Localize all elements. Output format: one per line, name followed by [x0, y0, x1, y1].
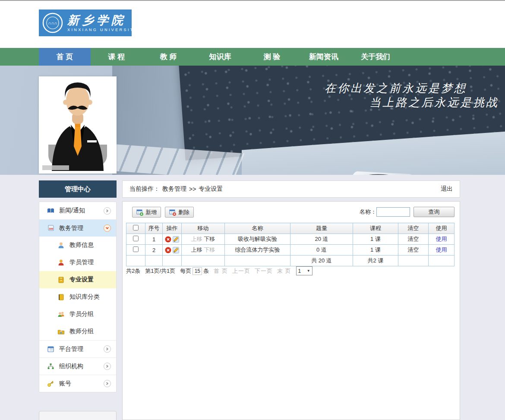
- edit-row-icon[interactable]: [173, 236, 179, 243]
- sidebar-item-academic-admin[interactable]: 100 教务管理: [39, 219, 116, 237]
- row-checkbox[interactable]: [133, 246, 139, 252]
- calendar-grid-icon: [47, 345, 54, 353]
- pagination-page-info: 第1页/共1页: [145, 267, 175, 275]
- clear-link[interactable]: 清空: [408, 246, 419, 253]
- use-link[interactable]: 使用: [436, 236, 447, 242]
- teacher-person-icon: [57, 242, 65, 249]
- nav-item-news[interactable]: 新闻资讯: [298, 48, 350, 66]
- people-group-icon: [57, 311, 65, 318]
- chevron-right-icon: [104, 363, 111, 370]
- row-course: 1 课: [353, 245, 398, 256]
- nav-item-courses[interactable]: 课 程: [91, 48, 142, 66]
- slogan-line-2: 当上路之后永远是挑战: [325, 95, 499, 110]
- sidebar-item-kb-categories[interactable]: 知识库分类: [39, 288, 116, 306]
- sidebar-title: 管理中心: [39, 180, 117, 198]
- sidebar-item-label: 学员管理: [69, 259, 111, 266]
- delete-button-label: 删除: [178, 208, 189, 216]
- page-select-value: 1: [298, 268, 301, 274]
- table-header-row: 序号 操作 移动 名称 题量 课程 清空 使用: [126, 223, 454, 234]
- pagination-per-page: 每页15条: [180, 267, 209, 275]
- pagination-total: 共2条: [126, 267, 140, 275]
- sidebar-item-student-admin[interactable]: 学员管理: [39, 254, 116, 271]
- clear-link[interactable]: 清空: [408, 236, 419, 242]
- use-link[interactable]: 使用: [436, 246, 447, 253]
- table-summary-row: 共 20 道 共2 课: [126, 256, 454, 266]
- row-checkbox[interactable]: [133, 236, 139, 241]
- edit-row-icon[interactable]: [173, 247, 179, 253]
- table-row: 2 上移 下移 综合流体力学实验 0 道 1 课 清空 使用: [126, 245, 454, 256]
- sidebar-item-label: 账号: [59, 380, 104, 388]
- summary-quantity: 共 20 道: [290, 256, 353, 266]
- next-page-link[interactable]: 下一页: [255, 267, 273, 275]
- add-button[interactable]: 新增: [132, 207, 161, 218]
- sidebar-item-label: 教师分组: [69, 328, 111, 335]
- main-content-panel: 新增 删除 名称： 查询 序号 操作 移动 名称 题量: [122, 201, 460, 420]
- slogan-line-1: 在你出发之前永远是梦想: [325, 81, 467, 95]
- university-logo[interactable]: ∩∩∩ 新乡学院 XINXIANG UNIVERSITY: [39, 9, 132, 36]
- svg-text:100: 100: [49, 227, 54, 230]
- sidebar-item-news[interactable]: 新闻/通知: [39, 202, 116, 219]
- chevron-right-icon: [104, 380, 111, 387]
- last-page-link[interactable]: 末 页: [277, 267, 291, 275]
- sidebar-item-label: 专业设置: [69, 276, 111, 284]
- sidebar-item-major-settings[interactable]: 专业设置: [39, 271, 116, 288]
- row-course: 1 课: [353, 234, 398, 245]
- sidebar-item-label: 组织机构: [59, 363, 104, 370]
- breadcrumb-bar: 当前操作： 教务管理 >> 专业设置 退出: [122, 180, 460, 198]
- sidebar-item-label: 新闻/通知: [59, 207, 104, 215]
- summary-course: 共2 课: [353, 256, 398, 266]
- sidebar-item-organization[interactable]: 组织机构: [39, 357, 116, 375]
- move-up-link[interactable]: 上移: [191, 236, 202, 242]
- row-index: 1: [145, 234, 163, 245]
- row-quantity: 20 道: [290, 234, 353, 245]
- logo-name-en: XINXIANG UNIVERSITY: [67, 28, 138, 32]
- row-name: 综合流体力学实验: [225, 245, 290, 256]
- svg-text:∩∩∩: ∩∩∩: [48, 21, 57, 25]
- logout-link[interactable]: 退出: [441, 185, 453, 193]
- per-page-input[interactable]: 15: [193, 267, 202, 275]
- delete-table-icon: [169, 209, 176, 216]
- delete-button[interactable]: 删除: [165, 207, 194, 218]
- col-header-name: 名称: [225, 223, 290, 234]
- sidebar-item-teacher-info[interactable]: 教师信息: [39, 237, 116, 254]
- select-all-cell: [126, 223, 145, 234]
- move-down-link[interactable]: 下移: [204, 246, 215, 253]
- col-header-index: 序号: [145, 223, 163, 234]
- sidebar-item-label: 教师信息: [69, 241, 111, 249]
- search-input[interactable]: [376, 207, 410, 217]
- nav-item-tests[interactable]: 测 验: [246, 48, 298, 66]
- sidebar-item-teacher-groups[interactable]: 教师分组: [39, 323, 116, 340]
- delete-row-icon[interactable]: [165, 247, 171, 253]
- prev-page-link[interactable]: 上一页: [232, 267, 250, 275]
- sidebar-item-account[interactable]: 账号: [39, 375, 116, 392]
- col-header-move: 移动: [182, 223, 225, 234]
- nav-item-home[interactable]: 首 页: [39, 48, 91, 66]
- page: ∩∩∩ 新乡学院 XINXIANG UNIVERSITY 首 页 课 程 教 师…: [0, 0, 505, 420]
- first-page-link[interactable]: 首 页: [214, 267, 228, 275]
- site-header: ∩∩∩ 新乡学院 XINXIANG UNIVERSITY: [0, 1, 505, 48]
- chevron-right-icon: [104, 207, 111, 215]
- student-person-icon: [57, 259, 65, 266]
- search-button[interactable]: 查询: [413, 207, 454, 217]
- move-down-link[interactable]: 下移: [204, 236, 215, 242]
- nav-item-teachers[interactable]: 教 师: [142, 48, 194, 66]
- row-quantity: 0 道: [290, 245, 353, 256]
- sidebar-item-platform-admin[interactable]: 平台管理: [39, 340, 116, 357]
- move-up-link[interactable]: 上移: [191, 246, 202, 253]
- delete-row-icon[interactable]: [165, 236, 171, 243]
- sidebar-item-student-groups[interactable]: 学员分组: [39, 306, 116, 323]
- university-seal-icon: ∩∩∩: [42, 13, 63, 33]
- page-select-dropdown[interactable]: 1 ▼: [296, 266, 312, 275]
- folder-person-icon: [57, 328, 65, 335]
- table-row: 1 上移 下移 吸收与解吸实验 20 道 1 课 清空 使用: [126, 234, 454, 245]
- search-area: 名称： 查询: [360, 207, 454, 217]
- col-header-action: 操作: [163, 223, 182, 234]
- nav-item-about[interactable]: 关于我们: [350, 48, 401, 66]
- select-all-checkbox[interactable]: [133, 225, 139, 231]
- logo-text: 新乡学院 XINXIANG UNIVERSITY: [67, 14, 138, 32]
- chevron-right-icon: [104, 345, 111, 353]
- row-index: 2: [145, 245, 163, 256]
- dropdown-arrow-icon: ▼: [307, 269, 310, 273]
- breadcrumb-page: 专业设置: [199, 185, 223, 193]
- nav-item-knowledge-base[interactable]: 知识库: [194, 48, 246, 66]
